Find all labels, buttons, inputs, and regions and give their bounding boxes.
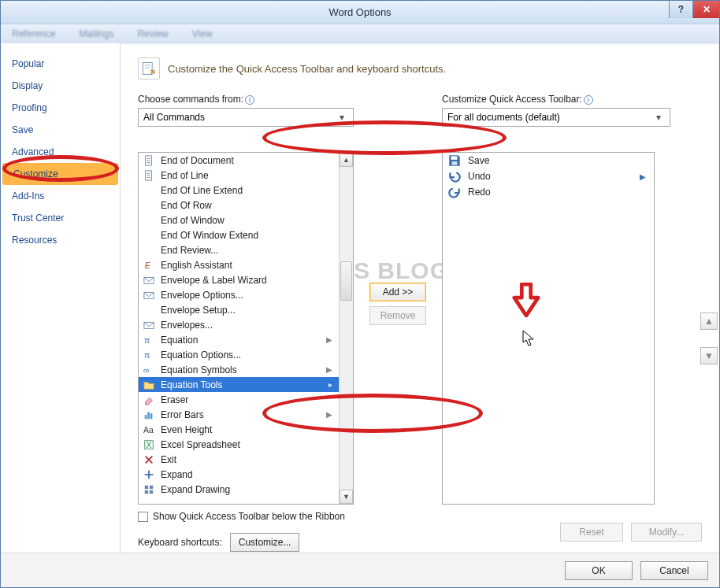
qat-listbox[interactable]: SaveUndo▶Redo (442, 152, 655, 505)
command-item[interactable]: Error Bars▶ (139, 407, 339, 422)
command-item[interactable]: πEquation▶ (139, 332, 339, 347)
command-item[interactable]: End Of Row (139, 198, 339, 213)
move-up-button[interactable]: ▲ (700, 312, 718, 330)
command-item[interactable]: πEquation Options... (139, 347, 339, 362)
info-icon[interactable]: i (245, 95, 254, 105)
command-item[interactable]: Envelope Setup... (139, 302, 339, 317)
command-label: Error Bars (161, 409, 204, 420)
submenu-indicator-icon: ▶ (326, 365, 336, 374)
command-item[interactable]: AaEven Height (139, 422, 339, 437)
command-label: End Review... (161, 245, 218, 256)
inf-icon: ∞ (142, 364, 156, 376)
svg-rect-1 (145, 65, 150, 66)
sidebar-item-save[interactable]: Save (1, 119, 120, 141)
panel-icon (138, 57, 160, 80)
qat-item[interactable]: Undo▶ (443, 168, 654, 184)
svg-rect-19 (147, 412, 150, 419)
plus-icon (142, 468, 156, 481)
keyboard-customize-button[interactable]: Customize... (230, 533, 300, 552)
command-item[interactable]: End Of Line Extend (139, 183, 339, 198)
command-item[interactable]: Envelope & Label Wizard (139, 272, 339, 287)
command-item[interactable]: End Of Window Extend (139, 227, 339, 242)
sidebar-item-customize[interactable]: Customize (2, 163, 118, 185)
reset-button[interactable]: Reset (560, 523, 623, 542)
add-button[interactable]: Add >> (369, 283, 426, 301)
command-item[interactable]: Envelope Options... (139, 287, 339, 302)
command-label: Equation (161, 335, 198, 346)
remove-button[interactable]: Remove (369, 306, 426, 325)
none-icon (142, 229, 156, 242)
info-icon[interactable]: i (584, 95, 593, 105)
page-icon (142, 154, 156, 167)
command-label: Exit (161, 454, 176, 465)
command-label: End of Line (161, 170, 209, 181)
command-item[interactable]: End of Window (139, 213, 339, 227)
svg-rect-25 (150, 485, 153, 488)
none-icon (142, 214, 156, 227)
eraser-icon (142, 394, 156, 406)
command-item[interactable]: Equation Tools▸ (139, 377, 339, 392)
svg-text:X: X (147, 439, 152, 449)
sidebar-item-popular[interactable]: Popular (1, 53, 120, 75)
qat-target-dropdown[interactable]: For all documents (default) ▾ (442, 108, 670, 127)
move-down-button[interactable]: ▼ (700, 347, 718, 364)
command-label: End Of Line Extend (161, 185, 243, 196)
panel-title: Customize the Quick Access Toolbar and k… (168, 63, 446, 75)
ok-button[interactable]: OK (565, 561, 633, 580)
sidebar-item-advanced[interactable]: Advanced (1, 141, 120, 163)
sidebar-item-resources[interactable]: Resources (1, 229, 120, 251)
command-item[interactable]: End Review... (139, 242, 339, 257)
category-sidebar: Popular Display Proofing Save Advanced C… (1, 43, 121, 587)
close-button[interactable]: ✕ (692, 1, 719, 18)
sidebar-item-addins[interactable]: Add-Ins (1, 185, 120, 207)
dialog-footer: OK Cancel (1, 553, 719, 587)
grid-icon (142, 483, 156, 496)
scroll-down-button[interactable]: ▼ (340, 490, 353, 504)
command-item[interactable]: EEnglish Assistant (139, 257, 339, 272)
scroll-thumb[interactable] (340, 261, 352, 301)
svg-rect-2 (145, 67, 150, 68)
modify-button[interactable]: Modify... (631, 523, 702, 542)
command-item[interactable]: Expand (139, 467, 339, 482)
command-label: English Assistant (161, 260, 232, 271)
svg-rect-24 (145, 485, 148, 488)
undo-icon (447, 170, 462, 183)
pi-icon: π (142, 334, 156, 346)
e-icon: E (142, 259, 156, 272)
qat-item[interactable]: Save (443, 153, 654, 168)
help-button[interactable]: ? (669, 1, 692, 18)
env-icon (142, 289, 156, 301)
svg-rect-28 (451, 156, 458, 160)
sidebar-item-proofing[interactable]: Proofing (1, 97, 120, 119)
env-icon (142, 319, 156, 331)
sidebar-item-display[interactable]: Display (1, 75, 120, 97)
command-item[interactable]: End of Document (139, 153, 339, 168)
listbox-scrollbar[interactable]: ▲ ▼ (339, 153, 353, 504)
x-icon (142, 453, 156, 466)
sidebar-item-trust-center[interactable]: Trust Center (1, 207, 120, 229)
qat-item[interactable]: Redo (443, 184, 654, 200)
commands-listbox[interactable]: End of DocumentEnd of LineEnd Of Line Ex… (138, 152, 354, 505)
command-item[interactable]: XExcel Spreadsheet (139, 437, 339, 452)
command-label: Even Height (161, 424, 212, 435)
command-item[interactable]: Exit (139, 452, 339, 467)
command-label: Expand Drawing (161, 484, 230, 495)
cancel-button[interactable]: Cancel (640, 561, 708, 580)
command-item[interactable]: End of Line (139, 168, 339, 183)
qat-label: Customize Quick Access Toolbar:i (442, 94, 662, 105)
command-item[interactable]: Envelopes... (139, 317, 339, 332)
command-item[interactable]: Eraser (139, 392, 339, 407)
command-item[interactable]: Expand Drawing (139, 482, 339, 497)
svg-rect-27 (150, 490, 153, 493)
command-label: Equation Tools (161, 379, 223, 390)
chart-icon (142, 409, 156, 421)
submenu-indicator-icon: ▶ (640, 172, 649, 181)
titlebar: Word Options ? ✕ (1, 1, 719, 24)
keyboard-shortcuts-label: Keyboard shortcuts: (138, 537, 222, 548)
svg-rect-26 (145, 490, 148, 493)
command-item[interactable]: ∞Equation Symbols▶ (139, 362, 339, 377)
none-icon (142, 304, 156, 316)
show-below-ribbon-checkbox[interactable] (138, 512, 148, 522)
choose-commands-dropdown[interactable]: All Commands ▾ (138, 108, 354, 127)
scroll-up-button[interactable]: ▲ (340, 153, 353, 167)
